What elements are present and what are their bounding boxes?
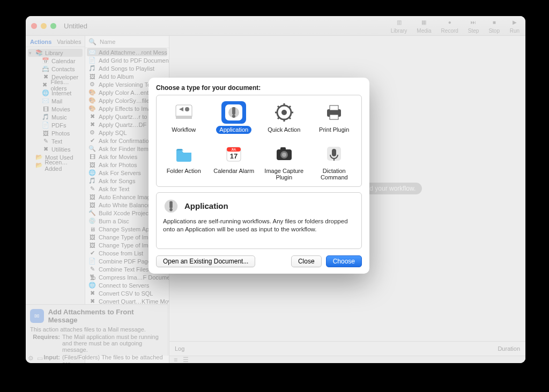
list-view-icon[interactable]: ≡: [174, 356, 177, 363]
library-item[interactable]: ✖︎Files…olders: [26, 81, 85, 89]
library-item[interactable]: 📇Contacts: [26, 65, 85, 73]
media-button[interactable]: ▦Media: [417, 18, 431, 34]
gear-icon[interactable]: ⚙︎: [28, 355, 34, 362]
folder-icon: 📂: [35, 162, 43, 169]
step-button[interactable]: ⏭Step: [468, 18, 479, 34]
svg-rect-18: [330, 105, 338, 110]
open-existing-button[interactable]: Open an Existing Document...: [156, 255, 255, 267]
doc-type-application[interactable]: Application: [209, 100, 259, 135]
svg-line-13: [278, 106, 279, 108]
bottom-toolbar: ≡ ☰: [169, 356, 525, 363]
action-icon: 🎨: [88, 105, 96, 112]
input-value: (Files/Folders) The files to be attached…: [62, 354, 164, 363]
svg-text:JUL: JUL: [232, 148, 236, 151]
category-icon: ✖︎: [42, 73, 49, 80]
requires-value: The Mail application must be running and…: [62, 334, 164, 353]
category-icon: 📇: [42, 65, 49, 72]
svg-point-33: [169, 208, 173, 212]
doc-type-workflow[interactable]: Workflow: [159, 100, 209, 135]
action-icon: 🖼: [88, 234, 96, 240]
flow-view-icon[interactable]: ☰: [183, 356, 189, 363]
print-plugin-icon: [322, 101, 346, 124]
action-item[interactable]: 📄Add Grid to PDF Documents: [85, 56, 169, 64]
action-icon: 🔍: [88, 145, 96, 152]
tab-variables[interactable]: Variables: [57, 39, 81, 45]
library-item[interactable]: ✎Text: [26, 137, 85, 145]
dialog-title: Choose a type for your document:: [156, 84, 362, 92]
category-icon: ✖︎: [42, 146, 49, 153]
library-item[interactable]: ✉️Mail: [26, 97, 85, 105]
action-icon: ✖︎: [88, 113, 96, 120]
doc-type-image-capture-plugin[interactable]: Image Capture Plugin: [259, 141, 309, 183]
search-input[interactable]: [99, 38, 166, 46]
library-item[interactable]: 📅Calendar: [26, 57, 85, 65]
doc-type-print-plugin[interactable]: Print Plugin: [309, 100, 360, 135]
action-icon: ✎: [88, 185, 96, 192]
log-duration-label: Duration: [498, 345, 520, 352]
minimize-window-button[interactable]: [41, 23, 47, 29]
log-label: Log: [175, 345, 184, 352]
dialog-info-desc: Applications are self-running workflows.…: [163, 217, 355, 234]
action-icon: ✎: [88, 266, 96, 273]
action-item[interactable]: 🎵Add Songs to Playlist: [85, 64, 169, 72]
stop-button-icon: ■: [489, 18, 500, 27]
action-icon: 🖼: [88, 202, 96, 208]
action-item[interactable]: 🗜Compress Ima…F Documents: [85, 273, 169, 281]
action-icon: 💿: [88, 217, 96, 224]
category-icon: 📅: [42, 57, 49, 64]
action-icon: ✔︎: [88, 250, 96, 257]
search-icon: 🔍: [88, 38, 97, 46]
action-icon: ⚙︎: [88, 81, 96, 88]
action-icon: 🖥: [88, 226, 96, 232]
library-item[interactable]: ✖︎Utilities: [26, 145, 85, 153]
info-toggle-icon[interactable]: ▭: [37, 355, 43, 362]
image-capture-plugin-icon: [272, 142, 296, 165]
zoom-window-button[interactable]: [50, 23, 56, 29]
action-icon: 📄: [88, 57, 96, 64]
close-button[interactable]: Close: [291, 255, 322, 267]
dialog-info-title: Application: [184, 201, 228, 210]
svg-point-6: [232, 115, 235, 118]
library-smart-recently_added[interactable]: 📂Recen…Added: [26, 161, 85, 169]
workflow-icon: [172, 101, 196, 124]
action-description-summary: This action attaches files to a Mail mes…: [30, 326, 164, 333]
run-button-icon: ▶: [509, 18, 520, 27]
action-icon: 🎞: [88, 154, 96, 160]
svg-rect-29: [332, 149, 336, 156]
category-icon: ✖︎: [41, 81, 48, 88]
window-controls: [31, 23, 56, 29]
action-icon: 🎵: [88, 65, 96, 72]
svg-rect-32: [169, 201, 173, 208]
calendar-alarm-icon: JUL17: [221, 142, 246, 165]
category-icon: 🎞: [42, 106, 49, 112]
svg-rect-1: [176, 116, 192, 119]
svg-rect-27: [280, 147, 286, 150]
doc-type-quick-action[interactable]: Quick Action: [259, 100, 309, 135]
action-item[interactable]: ✖︎Convert CSV to SQL: [85, 289, 169, 297]
action-item[interactable]: 🌐Connect to Servers: [85, 281, 169, 289]
action-icon: 🎵: [88, 177, 96, 184]
library-button[interactable]: ▥Library: [391, 18, 407, 34]
svg-line-11: [278, 117, 279, 119]
record-button[interactable]: ●Record: [441, 18, 458, 34]
action-icon: 🎨: [88, 89, 96, 96]
svg-point-2: [185, 107, 189, 111]
library-item[interactable]: 📄PDFs: [26, 121, 85, 129]
action-icon: 🖼: [88, 194, 96, 200]
doc-type-dictation-command[interactable]: Dictation Command: [309, 141, 360, 183]
library-item[interactable]: 🎵Music: [26, 113, 85, 121]
tab-actions[interactable]: Actions: [30, 39, 51, 45]
doc-type-calendar-alarm[interactable]: JUL17Calendar Alarm: [209, 141, 259, 183]
run-button[interactable]: ▶Run: [509, 18, 520, 34]
step-button-icon: ⏭: [468, 18, 479, 27]
library-item[interactable]: 🖼Photos: [26, 129, 85, 137]
library-root[interactable]: ▾📚Library: [28, 49, 83, 57]
action-item[interactable]: ✉️Add Attachme…ront Message: [87, 48, 167, 56]
library-item[interactable]: 🎞Movies: [26, 105, 85, 113]
choose-button[interactable]: Choose: [326, 255, 362, 267]
stop-button[interactable]: ■Stop: [488, 18, 500, 34]
svg-text:17: 17: [230, 152, 238, 160]
doc-type-folder-action[interactable]: Folder Action: [159, 141, 209, 183]
svg-point-26: [282, 153, 286, 157]
close-window-button[interactable]: [31, 23, 37, 29]
